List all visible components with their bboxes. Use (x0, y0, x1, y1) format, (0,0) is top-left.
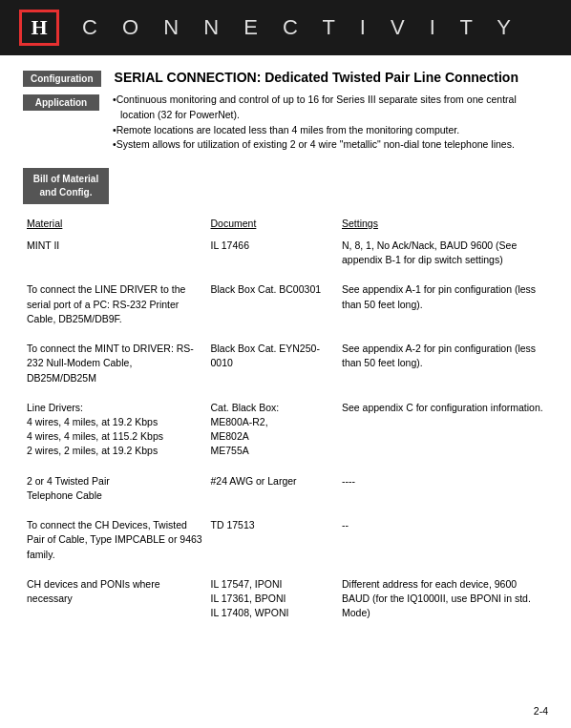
cell-document-0: IL 17466 (207, 235, 339, 271)
application-bar: Application •Continuous monitoring and c… (23, 93, 548, 153)
bom-section: Bill of Materialand Config. (23, 168, 548, 204)
cell-settings-1: See appendix A-1 for pin configuration (… (338, 279, 548, 330)
table-row: MINT IIIL 17466N, 8, 1, No Ack/Nack, BAU… (23, 235, 548, 271)
header-title: C O N N E C T I V I T Y (82, 15, 520, 40)
bom-label: Bill of Materialand Config. (23, 168, 109, 204)
table-row: CH devices and PONIs where necessaryIL 1… (23, 573, 548, 625)
cell-document-5: TD 17513 (207, 514, 339, 566)
content-area: Configuration SERIAL CONNECTION: Dedicat… (0, 55, 571, 637)
table-row: To connect the LINE DRIVER to the serial… (23, 279, 548, 330)
col-header-material: Material (23, 216, 207, 235)
cell-settings-3: See appendix C for configuration informa… (338, 397, 548, 463)
table-row: To connect the CH Devices, Twisted Pair … (23, 514, 548, 566)
cell-material-4: 2 or 4 Twisted Pair Telephone Cable (23, 470, 207, 507)
row-spacer (23, 389, 548, 397)
col-header-document: Document (207, 216, 339, 235)
material-table: Material Document Settings MINT IIIL 174… (23, 216, 548, 624)
logo-box: H (19, 10, 59, 46)
logo-icon: H (31, 15, 47, 40)
cell-material-3: Line Drivers: 4 wires, 4 miles, at 19.2 … (23, 397, 207, 463)
table-row: To connect the MINT to DRIVER: RS-232 Nu… (23, 338, 548, 389)
app-bullet-2: •Remote locations are located less than … (113, 123, 548, 138)
cell-material-6: CH devices and PONIs where necessary (23, 573, 207, 625)
cell-settings-4: ---- (338, 470, 548, 507)
cell-settings-5: -- (338, 514, 548, 566)
footer-page-number: 2-4 (534, 705, 548, 717)
row-spacer (23, 271, 548, 279)
cell-settings-0: N, 8, 1, No Ack/Nack, BAUD 9600 (See app… (338, 235, 548, 271)
row-spacer (23, 507, 548, 514)
header: H C O N N E C T I V I T Y (0, 0, 571, 55)
configuration-label: Configuration (23, 71, 101, 87)
cell-settings-6: Different address for each device, 9600 … (338, 573, 548, 625)
cell-document-2: Black Box Cat. EYN250-0010 (207, 338, 339, 389)
row-spacer (23, 330, 548, 338)
application-text: •Continuous monitoring and control of up… (113, 93, 548, 153)
cell-material-1: To connect the LINE DRIVER to the serial… (23, 279, 207, 330)
row-spacer (23, 566, 548, 573)
cell-material-2: To connect the MINT to DRIVER: RS-232 Nu… (23, 338, 207, 389)
col-header-settings: Settings (338, 216, 548, 235)
cell-document-6: IL 17547, IPONI IL 17361, BPONI IL 17408… (207, 573, 339, 625)
app-bullet-3: •System allows for utilization of existi… (113, 137, 548, 153)
row-spacer (23, 463, 548, 470)
configuration-title: SERIAL CONNECTION: Dedicated Twisted Pai… (115, 69, 518, 86)
table-row: Line Drivers: 4 wires, 4 miles, at 19.2 … (23, 397, 548, 463)
configuration-bar: Configuration SERIAL CONNECTION: Dedicat… (23, 69, 548, 87)
cell-settings-2: See appendix A-2 for pin configuration (… (338, 338, 548, 389)
cell-material-0: MINT II (23, 235, 207, 271)
cell-document-4: #24 AWG or Larger (207, 470, 339, 507)
cell-material-5: To connect the CH Devices, Twisted Pair … (23, 514, 207, 566)
app-bullet-1: •Continuous monitoring and control of up… (113, 93, 548, 123)
cell-document-3: Cat. Black Box: ME800A-R2, ME802A ME755A (207, 397, 339, 463)
table-row: 2 or 4 Twisted Pair Telephone Cable#24 A… (23, 470, 548, 507)
cell-document-1: Black Box Cat. BC00301 (207, 279, 339, 330)
application-label: Application (23, 94, 99, 111)
